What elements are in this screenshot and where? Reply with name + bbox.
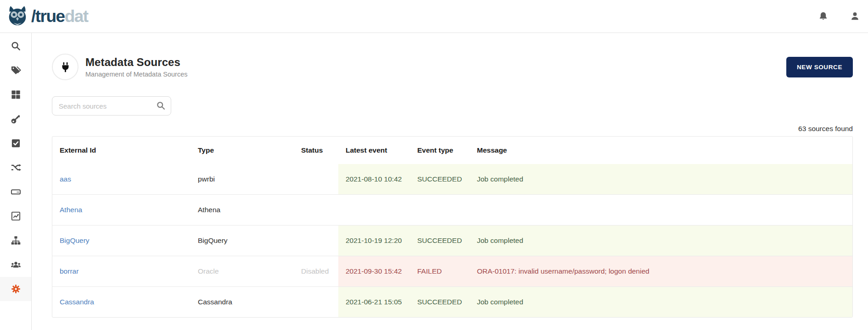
type-cell: Cassandra — [190, 287, 294, 317]
users-icon — [11, 259, 21, 270]
top-navbar: /truedat — [0, 0, 868, 33]
status-cell: Disabled — [294, 256, 338, 286]
table-row: BigQuery BigQuery 2021-10-19 12:20 SUCCE… — [52, 225, 852, 256]
check-square-icon — [11, 138, 21, 148]
grid-icon — [11, 89, 21, 100]
event-type-cell: SUCCEEDED — [410, 287, 470, 317]
results-count: 63 sources found — [52, 125, 853, 133]
column-header-event-type: Event type — [410, 137, 470, 164]
event-type-cell — [410, 195, 470, 225]
event-type-cell: SUCCEEDED — [410, 164, 470, 194]
tags-icon — [11, 65, 21, 76]
sidebar-item-users[interactable] — [0, 253, 31, 277]
source-link[interactable]: aas — [60, 174, 71, 184]
sidebar-item-settings[interactable] — [0, 277, 31, 301]
type-cell: pwrbi — [190, 164, 294, 194]
sidebar-item-sitemap[interactable] — [0, 228, 31, 253]
table-row: aas pwrbi 2021-08-10 10:42 SUCCEEDED Job… — [52, 164, 852, 194]
message-cell — [470, 195, 852, 225]
type-cell: Athena — [190, 195, 294, 225]
sidebar-item-search[interactable] — [0, 34, 31, 58]
logo-text-secondary: dat — [65, 7, 88, 26]
left-sidebar — [0, 33, 32, 330]
table-row: borrar Oracle Disabled 2021-09-30 15:42 … — [52, 256, 852, 286]
page-title: Metadata Sources — [85, 56, 187, 69]
status-cell — [294, 195, 338, 225]
table-row: Athena Athena — [52, 194, 852, 225]
event-type-cell: FAILED — [410, 256, 470, 286]
user-icon[interactable] — [850, 11, 860, 22]
message-cell: Job completed — [470, 164, 852, 194]
latest-event-cell: 2021-06-21 15:05 — [338, 287, 410, 317]
source-link[interactable]: Athena — [60, 205, 82, 215]
source-link[interactable]: Cassandra — [60, 297, 94, 307]
latest-event-cell: 2021-10-19 12:20 — [338, 226, 410, 256]
truedat-logo[interactable]: /truedat — [6, 6, 88, 28]
new-source-button[interactable]: NEW SOURCE — [786, 57, 853, 77]
owl-logo-icon — [6, 6, 28, 28]
sidebar-item-grid[interactable] — [0, 82, 31, 107]
page-subtitle: Management of Metadata Sources — [85, 71, 187, 78]
source-link[interactable]: BigQuery — [60, 236, 90, 246]
external-id-cell: Cassandra — [52, 287, 190, 317]
external-id-cell: Athena — [52, 195, 190, 225]
message-cell: Job completed — [470, 226, 852, 256]
latest-event-cell — [338, 195, 410, 225]
search-icon[interactable] — [156, 101, 166, 110]
sidebar-item-check-square[interactable] — [0, 131, 31, 155]
logo-text-primary: /true — [31, 7, 65, 26]
sidebar-item-hard-drive[interactable] — [0, 180, 31, 204]
plug-icon — [59, 61, 72, 73]
sidebar-item-shuffle[interactable] — [0, 155, 31, 180]
table-row: Cassandra Cassandra 2021-06-21 15:05 SUC… — [52, 286, 852, 317]
status-cell — [294, 164, 338, 194]
latest-event-cell: 2021-09-30 15:42 — [338, 256, 410, 286]
status-cell — [294, 226, 338, 256]
page-icon-circle — [52, 54, 78, 80]
column-header-status: Status — [294, 137, 338, 164]
type-cell: Oracle — [190, 256, 294, 286]
chart-line-icon — [11, 211, 21, 221]
column-header-message: Message — [470, 137, 852, 164]
column-header-type: Type — [190, 137, 294, 164]
hard-drive-icon — [11, 187, 21, 197]
external-id-cell: aas — [52, 164, 190, 194]
column-header-external-id: External Id — [52, 137, 190, 164]
gear-icon — [11, 284, 21, 294]
external-id-cell: borrar — [52, 256, 190, 286]
key-icon — [11, 114, 21, 124]
sources-table: External Id Type Status Latest event Eve… — [52, 136, 853, 318]
main-content: Metadata Sources Management of Metadata … — [32, 33, 868, 330]
status-cell — [294, 287, 338, 317]
sitemap-icon — [11, 235, 21, 246]
event-type-cell: SUCCEEDED — [410, 226, 470, 256]
latest-event-cell: 2021-08-10 10:42 — [338, 164, 410, 194]
shuffle-icon — [11, 162, 21, 173]
source-link[interactable]: borrar — [60, 266, 78, 276]
external-id-cell: BigQuery — [52, 226, 190, 256]
search-icon — [11, 41, 21, 51]
type-cell: BigQuery — [190, 226, 294, 256]
message-cell: ORA-01017: invalid username/password; lo… — [470, 256, 852, 286]
message-cell: Job completed — [470, 287, 852, 317]
table-header-row: External Id Type Status Latest event Eve… — [52, 137, 852, 164]
sidebar-item-key[interactable] — [0, 107, 31, 131]
column-header-latest-event: Latest event — [338, 137, 410, 164]
bell-icon[interactable] — [818, 11, 829, 22]
sidebar-item-tags[interactable] — [0, 58, 31, 82]
table-body: aas pwrbi 2021-08-10 10:42 SUCCEEDED Job… — [52, 164, 852, 317]
search-input[interactable] — [52, 96, 171, 116]
sidebar-item-chart[interactable] — [0, 204, 31, 228]
